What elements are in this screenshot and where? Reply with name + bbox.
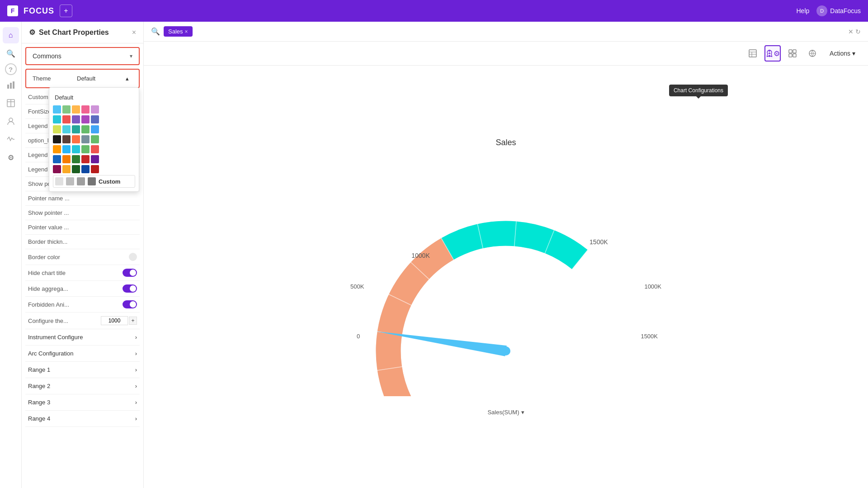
commons-section[interactable]: Commons ▾ — [25, 47, 140, 65]
sidebar-item-home[interactable]: ⌂ — [3, 27, 19, 43]
chart-bottom-label[interactable]: Sales(SUM) ▾ — [487, 409, 524, 416]
color-swatch[interactable] — [53, 105, 61, 114]
sidebar-item-help[interactable]: ? — [5, 63, 17, 75]
prop-row-hide-aggr: Hide aggrega... — [25, 281, 140, 297]
gear-icon: ⚙ — [29, 28, 35, 37]
color-swatch[interactable] — [72, 155, 80, 163]
color-swatch[interactable] — [72, 115, 80, 123]
search-icon[interactable]: 🔍 — [151, 27, 160, 36]
svg-rect-12 — [793, 50, 796, 53]
color-swatch[interactable] — [53, 125, 61, 133]
default-option[interactable]: Default — [53, 91, 135, 104]
actions-button[interactable]: Actions ▾ — [824, 47, 861, 60]
color-swatch[interactable] — [53, 115, 61, 123]
color-swatch[interactable] — [53, 155, 61, 163]
range2-label: Range 2 — [28, 383, 50, 389]
search-input[interactable] — [196, 28, 844, 35]
svg-rect-7 — [749, 50, 756, 57]
arc-configuration-section[interactable]: Arc Configuration › — [25, 346, 140, 362]
color-row-7 — [53, 165, 135, 173]
color-swatch[interactable] — [72, 145, 80, 153]
color-swatch[interactable] — [62, 145, 71, 153]
svg-point-6 — [9, 118, 13, 122]
chevron-right-icon: › — [135, 383, 137, 389]
axis-label-1500k: 1500K — [641, 333, 658, 340]
sidebar-item-users[interactable] — [3, 113, 19, 129]
color-swatch[interactable] — [81, 155, 90, 163]
configure-number-input[interactable] — [101, 316, 128, 325]
help-link[interactable]: Help — [797, 7, 810, 14]
sidebar-item-activity[interactable] — [3, 131, 19, 147]
sales-tag: Sales × — [164, 26, 193, 37]
range3-section[interactable]: Range 3 › — [25, 394, 140, 411]
sidebar-item-chart[interactable] — [3, 77, 19, 93]
color-swatch[interactable] — [81, 165, 90, 173]
panel-header: ⚙ Set Chart Properties × — [22, 22, 143, 43]
range1-section[interactable]: Range 1 › — [25, 362, 140, 378]
panel-title: ⚙ Set Chart Properties — [29, 28, 109, 37]
color-swatch[interactable] — [62, 155, 71, 163]
color-swatch[interactable] — [81, 135, 90, 143]
hide-aggregation-toggle[interactable] — [123, 284, 137, 293]
color-swatch[interactable] — [91, 125, 99, 133]
color-swatch[interactable] — [72, 125, 80, 133]
grid-view-button[interactable] — [784, 45, 801, 62]
add-tab-button[interactable]: + — [60, 5, 72, 17]
color-swatch[interactable] — [72, 135, 80, 143]
prop-label: Hide aggrega... — [28, 285, 123, 292]
arc-label: Arc Configuration — [28, 350, 73, 357]
sidebar-item-search[interactable]: 🔍 — [3, 45, 19, 62]
color-swatch[interactable] — [62, 125, 71, 133]
user-menu[interactable]: D DataFocus — [816, 5, 861, 16]
chart-container: Sales 0500K1000K1500K 0 500K 1000K 1500K… — [144, 66, 868, 488]
range2-section[interactable]: Range 2 › — [25, 378, 140, 394]
sidebar-item-settings[interactable]: ⚙ — [3, 149, 19, 166]
color-swatch[interactable] — [53, 165, 61, 173]
remove-tag-button[interactable]: × — [185, 28, 188, 35]
commons-chevron: ▾ — [130, 53, 132, 59]
color-row-1 — [53, 105, 135, 114]
icon-sidebar: ⌂ 🔍 ? ⚙ — [0, 22, 22, 488]
color-swatch[interactable] — [72, 105, 80, 114]
color-swatch[interactable] — [53, 145, 61, 153]
custom-option[interactable]: Custom — [53, 175, 135, 188]
color-swatch[interactable] — [62, 115, 71, 123]
prop-label: Pointer value ... — [28, 224, 137, 231]
border-color-picker[interactable] — [129, 253, 137, 261]
refresh-button[interactable]: ↻ — [855, 28, 861, 35]
top-nav-right: Help D DataFocus — [797, 5, 861, 16]
color-swatch[interactable] — [91, 145, 99, 153]
color-swatch[interactable] — [81, 125, 90, 133]
clear-button[interactable]: ✕ — [848, 28, 854, 35]
range4-section[interactable]: Range 4 › — [25, 411, 140, 427]
color-swatch[interactable] — [53, 135, 61, 143]
color-swatch[interactable] — [62, 165, 71, 173]
color-swatch[interactable] — [91, 115, 99, 123]
app-name: FOCUS — [24, 6, 54, 16]
color-swatch[interactable] — [91, 135, 99, 143]
color-swatch[interactable] — [91, 105, 99, 114]
color-swatch[interactable] — [62, 105, 71, 114]
chevron-right-icon: › — [135, 415, 137, 422]
theme-select[interactable]: Default ▴ — [73, 73, 132, 84]
color-swatch[interactable] — [62, 135, 71, 143]
color-swatch[interactable] — [81, 145, 90, 153]
sidebar-item-table[interactable] — [3, 95, 19, 111]
relationship-view-button[interactable] — [804, 45, 821, 62]
table-view-button[interactable] — [745, 45, 761, 62]
tag-label: Sales — [168, 28, 183, 35]
theme-label: Theme — [33, 75, 73, 82]
color-swatch[interactable] — [91, 155, 99, 163]
instrument-configure-section[interactable]: Instrument Configure › — [25, 329, 140, 346]
svg-point-34 — [501, 346, 510, 355]
increment-button[interactable]: + — [129, 317, 137, 325]
close-button[interactable]: × — [132, 28, 136, 37]
hide-chart-title-toggle[interactable] — [123, 269, 137, 277]
forbidden-animation-toggle[interactable] — [123, 300, 137, 308]
chart-config-button[interactable]: ⚙ — [764, 45, 781, 62]
color-swatch[interactable] — [91, 165, 99, 173]
logo-icon: F — [7, 5, 18, 16]
color-swatch[interactable] — [81, 105, 90, 114]
color-swatch[interactable] — [81, 115, 90, 123]
color-swatch[interactable] — [72, 165, 80, 173]
